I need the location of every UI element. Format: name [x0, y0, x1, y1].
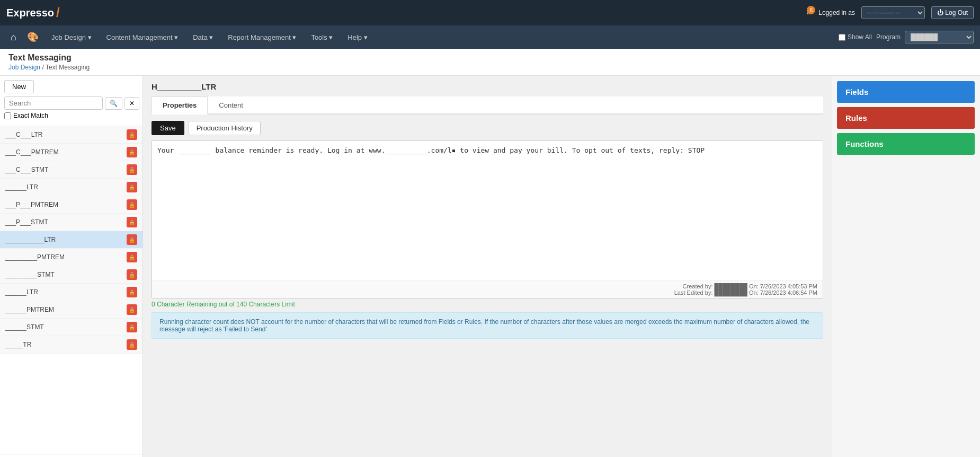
- created-by-label: Created by:: [683, 283, 713, 289]
- last-edited-label: Last Edited by:: [674, 289, 713, 296]
- menu-tools[interactable]: Tools ▾: [305, 30, 339, 45]
- sidebar-item-label: ______PMTREM: [5, 306, 127, 313]
- lock-icon: 🔒: [127, 252, 137, 262]
- clear-search-button[interactable]: ✕: [124, 97, 139, 110]
- lock-icon: 🔒: [127, 147, 137, 157]
- list-item[interactable]: _____TR 🔒: [0, 336, 142, 354]
- save-button[interactable]: Save: [152, 121, 184, 135]
- last-edited-on: On: 7/26/2023 4:06:54 PM: [749, 289, 817, 296]
- lock-icon: 🔒: [127, 217, 137, 227]
- info-message: Running character count does NOT account…: [159, 318, 809, 333]
- list-item[interactable]: ___P___PMTREM 🔒: [0, 196, 142, 214]
- menu-job-design[interactable]: Job Design ▾: [45, 30, 98, 45]
- search-row: 🔍 ✕: [4, 96, 138, 110]
- last-edited-value: ████████: [715, 289, 749, 296]
- list-item[interactable]: ______LTR 🔒: [0, 284, 142, 301]
- menu-data[interactable]: Data ▾: [186, 30, 219, 45]
- list-item[interactable]: _________STMT 🔒: [0, 266, 142, 284]
- list-item-active[interactable]: ___________LTR 🔒: [0, 231, 142, 249]
- second-navbar: ⌂ 🎨 Job Design ▾ Content Management ▾ Da…: [0, 25, 980, 49]
- user-dropdown[interactable]: -- ---------- --: [861, 6, 925, 19]
- sidebar-item-label: ___________LTR: [5, 236, 127, 243]
- program-label: Program: [876, 33, 901, 41]
- menu-content-management[interactable]: Content Management ▾: [100, 30, 185, 45]
- sidebar-item-label: ______LTR: [5, 183, 127, 191]
- sidebar-item-label: ___C___STMT: [5, 166, 127, 173]
- new-button[interactable]: New: [4, 80, 34, 93]
- lock-icon: 🔒: [127, 322, 137, 332]
- lock-icon: 🔒: [127, 199, 137, 210]
- list-item[interactable]: _________PMTREM 🔒: [0, 249, 142, 266]
- list-item[interactable]: ______LTR 🔒: [0, 179, 142, 196]
- app-name: Expresso: [6, 7, 54, 19]
- palette-button[interactable]: 🎨: [23, 28, 43, 46]
- page-header: Text Messaging Job Design / Text Messagi…: [0, 49, 980, 76]
- tab-content[interactable]: Content: [208, 96, 254, 115]
- center-content: H__________LTR Properties Content Save P…: [143, 76, 832, 457]
- record-title: H__________LTR: [152, 82, 823, 91]
- last-edited-by: Last Edited by: ████████ On: 7/26/2023 4…: [674, 289, 817, 296]
- logged-in-label: Logged in as: [818, 9, 855, 16]
- created-by: Created by: ████████ On: 7/26/2023 4:05:…: [674, 283, 817, 289]
- exact-match-row: Exact Match: [4, 110, 138, 121]
- sidebar-item-label: ___C___PMTREM: [5, 148, 127, 156]
- navbar-right: ✉ 8 Logged in as -- ---------- -- ⏻ Log …: [807, 6, 974, 19]
- sidebar-item-label: ___C___LTR: [5, 131, 127, 138]
- lock-icon: 🔒: [127, 304, 137, 315]
- tab-properties[interactable]: Properties: [152, 96, 208, 115]
- exact-match-checkbox[interactable]: [4, 112, 11, 119]
- search-button[interactable]: 🔍: [105, 97, 122, 110]
- sidebar-item-label: _____TR: [5, 341, 127, 348]
- list-item[interactable]: ___C___PMTREM 🔒: [0, 144, 142, 161]
- production-history-button[interactable]: Production History: [189, 121, 261, 135]
- list-item[interactable]: ___C___LTR 🔒: [0, 126, 142, 144]
- notification-bell[interactable]: ✉ 8: [807, 9, 812, 16]
- textarea-footer: Created by: ████████ On: 7/26/2023 4:05:…: [152, 280, 823, 298]
- sidebar-top: New 🔍 ✕ Exact Match: [0, 76, 142, 126]
- logout-button[interactable]: ⏻ Log Out: [931, 6, 974, 19]
- right-panel: Fields Rules Functions: [832, 76, 980, 457]
- breadcrumb: Job Design / Text Messaging: [8, 64, 972, 71]
- logo-slash: /: [56, 5, 60, 20]
- nav-right: Show All Program ██████: [839, 31, 974, 43]
- home-button[interactable]: ⌂: [6, 29, 21, 46]
- sidebar-item-label: ______STMT: [5, 323, 127, 331]
- toolbar: Save Production History: [152, 121, 823, 135]
- message-textarea[interactable]: Your ________ balance reminder is ready.…: [152, 141, 823, 279]
- sidebar-item-label: ___P___PMTREM: [5, 201, 127, 208]
- exact-match-label: Exact Match: [13, 112, 48, 119]
- list-item[interactable]: ___P___STMT 🔒: [0, 214, 142, 231]
- message-section: Your ________ balance reminder is ready.…: [152, 140, 823, 298]
- list-item[interactable]: ______PMTREM 🔒: [0, 301, 142, 319]
- menu-report-management[interactable]: Report Management ▾: [221, 30, 302, 45]
- rules-button[interactable]: Rules: [837, 107, 975, 129]
- show-all-checkbox[interactable]: [839, 34, 845, 41]
- sidebar-item-label: ___P___STMT: [5, 218, 127, 226]
- search-input[interactable]: [4, 96, 103, 110]
- functions-button[interactable]: Functions: [837, 133, 975, 155]
- sidebar-pagination: ⏮ ◀ of 2 ▶ ⏭: [0, 454, 142, 457]
- tab-bar: Properties Content: [152, 96, 823, 115]
- breadcrumb-parent[interactable]: Job Design: [8, 64, 40, 71]
- lock-icon: 🔒: [127, 164, 137, 175]
- menu-help[interactable]: Help ▾: [341, 30, 373, 45]
- lock-icon: 🔒: [127, 182, 137, 192]
- sidebar: New 🔍 ✕ Exact Match ___C___LTR 🔒 ___C___…: [0, 76, 143, 457]
- main-layout: New 🔍 ✕ Exact Match ___C___LTR 🔒 ___C___…: [0, 76, 980, 457]
- created-by-value: ████████: [715, 283, 749, 289]
- char-count: 0 Character Remaining out of 140 Charact…: [152, 301, 823, 308]
- notification-badge: 8: [807, 6, 815, 14]
- list-item[interactable]: ______STMT 🔒: [0, 319, 142, 336]
- app-logo: Expresso/: [6, 5, 60, 20]
- created-on: On: 7/26/2023 4:05:53 PM: [749, 283, 817, 289]
- lock-icon: 🔒: [127, 234, 137, 245]
- breadcrumb-current: Text Messaging: [46, 64, 90, 71]
- show-all-label[interactable]: Show All: [839, 33, 872, 41]
- list-item[interactable]: ___C___STMT 🔒: [0, 161, 142, 179]
- lock-icon: 🔒: [127, 269, 137, 280]
- meta-info: Created by: ████████ On: 7/26/2023 4:05:…: [674, 283, 817, 296]
- program-select[interactable]: ██████: [905, 31, 974, 43]
- fields-button[interactable]: Fields: [837, 81, 975, 103]
- lock-icon: 🔒: [127, 339, 137, 350]
- sidebar-item-label: _________PMTREM: [5, 253, 127, 261]
